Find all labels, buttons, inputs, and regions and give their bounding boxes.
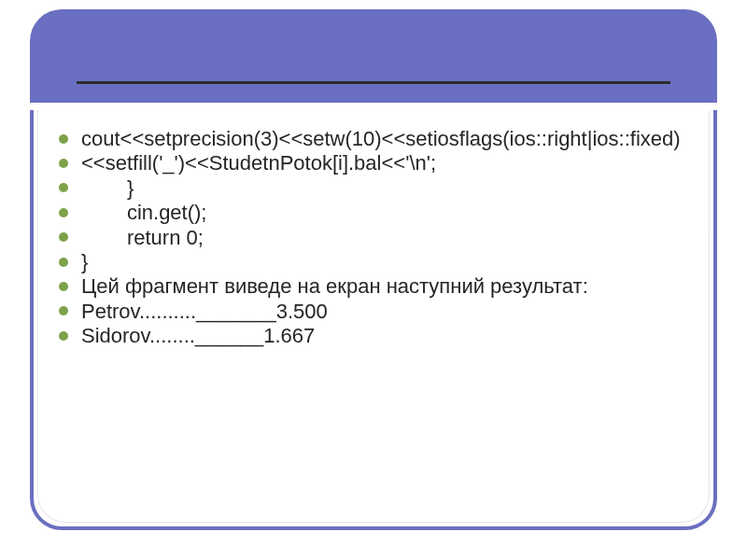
list-item: Цей фрагмент виведе на екран наступний р… <box>79 274 683 299</box>
header-block <box>30 9 717 103</box>
bullet-text: Цей фрагмент виведе на екран наступний р… <box>81 274 588 298</box>
bullet-text: Sidorov........______1.667 <box>81 324 315 347</box>
header-rule <box>77 81 670 84</box>
list-item: <<setfill('_')<<StudetnPotok[i].bal<<'\n… <box>79 151 683 175</box>
bullet-text: cin.get(); <box>81 201 206 224</box>
list-item: cout<<setprecision(3)<<setw(10)<<setiosf… <box>79 127 683 151</box>
list-item: Sidorov........______1.667 <box>79 324 683 348</box>
list-item: } <box>79 250 683 274</box>
bullet-text: return 0; <box>81 226 204 249</box>
list-item: return 0; <box>79 226 683 250</box>
bullet-text: } <box>81 250 88 273</box>
slide: cout<<setprecision(3)<<setw(10)<<setiosf… <box>0 0 747 560</box>
list-item: cin.get(); <box>79 201 683 225</box>
list-item: } <box>79 176 683 201</box>
bullet-text: cout<<setprecision(3)<<setw(10)<<setiosf… <box>81 127 681 150</box>
bullet-list: cout<<setprecision(3)<<setw(10)<<setiosf… <box>38 110 709 349</box>
bullet-text: } <box>81 176 134 200</box>
bullet-text: <<setfill('_')<<StudetnPotok[i].bal<<'\n… <box>81 151 436 175</box>
list-item: Petrov.........._______3.500 <box>79 300 683 324</box>
content-frame: cout<<setprecision(3)<<setw(10)<<setiosf… <box>30 110 717 530</box>
bullet-text: Petrov.........._______3.500 <box>81 300 328 323</box>
content-inner: cout<<setprecision(3)<<setw(10)<<setiosf… <box>37 110 710 523</box>
